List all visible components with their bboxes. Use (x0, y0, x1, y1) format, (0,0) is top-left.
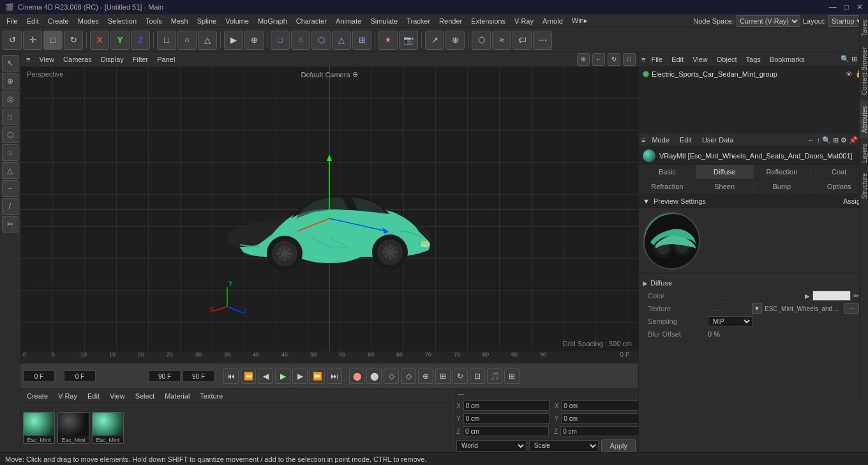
plane-btn[interactable]: ⊞ (352, 31, 371, 50)
deformer-btn[interactable]: ↗ (425, 31, 444, 50)
rotate-tool[interactable]: ↻ (64, 31, 83, 50)
menu-file[interactable]: File (3, 16, 22, 26)
obj-filter-icon[interactable]: ⊞ (851, 55, 857, 63)
sidebar-polygon-icon[interactable]: ⬡ (2, 126, 19, 143)
menu-mograph[interactable]: MoGraph (254, 16, 291, 26)
sidebar-object-icon[interactable]: □ (2, 144, 19, 161)
menu-win[interactable]: Win▸ (568, 15, 592, 26)
add-btn[interactable]: ⊕ (244, 31, 264, 50)
sidebar-rotate-icon[interactable]: ◎ (2, 91, 19, 107)
attr-settings-icon[interactable]: ⚙ (841, 136, 847, 144)
attr-filter-icon[interactable]: ⊞ (833, 136, 839, 144)
vp-btn-4[interactable]: □ (623, 53, 636, 66)
menu-mesh[interactable]: Mesh (167, 16, 192, 26)
material-1[interactable]: Esc_Mint (23, 412, 55, 444)
y-input[interactable] (463, 413, 550, 423)
obj-file[interactable]: File (648, 55, 666, 64)
texture-dropdown[interactable]: ▼ (752, 303, 762, 314)
go-end-button[interactable]: ⏭ (327, 369, 342, 384)
close-button[interactable]: ✕ (857, 3, 863, 11)
sampling-dropdown[interactable]: MIP (708, 316, 752, 326)
menu-simulate[interactable]: Simulate (366, 16, 401, 26)
obj-tags[interactable]: Tags (743, 55, 764, 64)
next-keyframe-button[interactable]: ▶ (292, 369, 308, 384)
tab-structure[interactable]: Structure (860, 168, 868, 204)
attr-user-data[interactable]: User Data (698, 135, 738, 144)
sidebar-brush-icon[interactable]: ~ (2, 180, 19, 197)
keyframe-btn7[interactable]: ↻ (453, 369, 468, 384)
sidebar-scale-icon[interactable]: □ (2, 109, 19, 125)
start-frame-input[interactable] (64, 370, 96, 382)
sidebar-point-icon[interactable]: △ (2, 162, 19, 179)
z2-input[interactable] (560, 426, 647, 436)
object-vis-icon[interactable]: 👁 (846, 70, 853, 78)
material-2[interactable]: Esc_Mint (57, 412, 89, 444)
preview-settings-label[interactable]: Preview Settings (654, 197, 706, 205)
viewport-canvas[interactable]: Perspective Default Camera ⊕ (20, 66, 638, 351)
obj-menu-icon[interactable]: ≡ (641, 56, 645, 63)
vp-btn-1[interactable]: ⊕ (577, 53, 590, 66)
menu-volume[interactable]: Volume (221, 16, 253, 26)
color-arrow-icon[interactable]: ▶ (805, 293, 810, 300)
vp-menu-cameras[interactable]: Cameras (60, 55, 95, 64)
next-frame-button[interactable]: ⏩ (310, 369, 325, 384)
move-tool[interactable]: ✛ (23, 31, 42, 50)
keyframe-btn4[interactable]: ◇ (401, 369, 416, 384)
tab-bump[interactable]: Bump (754, 179, 811, 194)
keyframe-btn9[interactable]: 🎵 (487, 369, 502, 384)
keyframe-btn2[interactable]: ⬤ (366, 369, 382, 384)
x2-input[interactable] (561, 400, 647, 411)
z-axis-btn[interactable]: Z (131, 31, 150, 50)
vp-btn-3[interactable]: ↻ (608, 53, 620, 66)
mat-edit[interactable]: Edit (84, 391, 103, 401)
render-btn[interactable]: ▶ (224, 31, 243, 50)
attr-search-icon[interactable]: 🔍 (822, 136, 831, 144)
menu-edit[interactable]: Edit (23, 16, 43, 26)
menu-character[interactable]: Character (292, 16, 331, 26)
menu-tracker[interactable]: Tracker (403, 16, 434, 26)
tab-basic[interactable]: Basic (639, 165, 696, 179)
color-swatch[interactable] (812, 291, 851, 301)
attr-back-icon[interactable]: ← (808, 136, 815, 144)
cylinder-btn[interactable]: ⬡ (311, 31, 331, 50)
camera-btn[interactable]: 📷 (399, 31, 418, 50)
material-3[interactable]: Esc_Mint (92, 412, 124, 444)
menu-extensions[interactable]: Extensions (467, 16, 509, 26)
z-input[interactable] (463, 426, 549, 436)
cone-btn[interactable]: △ (332, 31, 351, 50)
tab-refraction[interactable]: Refraction (639, 179, 696, 194)
maximize-button[interactable]: □ (844, 3, 849, 11)
keyframe-btn5[interactable]: ⊕ (418, 369, 433, 384)
go-start-button[interactable]: ⏮ (223, 369, 239, 384)
select-tool[interactable]: □ (43, 31, 63, 50)
current-frame-input[interactable] (23, 370, 55, 382)
end-frame2-input[interactable] (183, 370, 214, 382)
sidebar-select-icon[interactable]: ↖ (2, 55, 19, 72)
menu-tools[interactable]: Tools (142, 16, 166, 26)
more-btn[interactable]: ⋯ (533, 31, 552, 50)
polygon-mode-btn[interactable]: △ (198, 31, 217, 50)
texture-browse-button[interactable]: ⋯ (844, 303, 859, 314)
vp-menu-view[interactable]: View (36, 55, 57, 64)
play-button[interactable]: ▶ (275, 369, 290, 384)
tab-diffuse[interactable]: Diffuse (696, 165, 754, 179)
keyframe-btn10[interactable]: ⊞ (504, 369, 520, 384)
cube-btn[interactable]: □ (271, 31, 290, 50)
vp-menu-panel[interactable]: Panel (154, 55, 178, 64)
vp-menu-filter[interactable]: Filter (130, 55, 151, 64)
effector-btn[interactable]: ⊕ (445, 31, 465, 50)
vp-btn-2[interactable]: ← (592, 53, 605, 66)
prev-frame-button[interactable]: ⏪ (241, 369, 256, 384)
tag-btn[interactable]: 🏷 (513, 31, 532, 50)
color-edit-icon[interactable]: ✏ (853, 292, 859, 300)
prev-keyframe-button[interactable]: ◀ (258, 369, 273, 384)
menu-selection[interactable]: Selection (104, 16, 140, 26)
menu-spline[interactable]: Spline (193, 16, 221, 26)
menu-arnold[interactable]: Arnold (539, 16, 567, 26)
undo-button[interactable]: ↺ (3, 31, 22, 50)
x-input[interactable] (463, 400, 550, 411)
sidebar-move-icon[interactable]: ⊕ (2, 73, 19, 89)
tab-reflection[interactable]: Reflection (754, 165, 811, 179)
attr-mode[interactable]: Mode (648, 135, 673, 144)
mat-create[interactable]: Create (23, 391, 52, 401)
